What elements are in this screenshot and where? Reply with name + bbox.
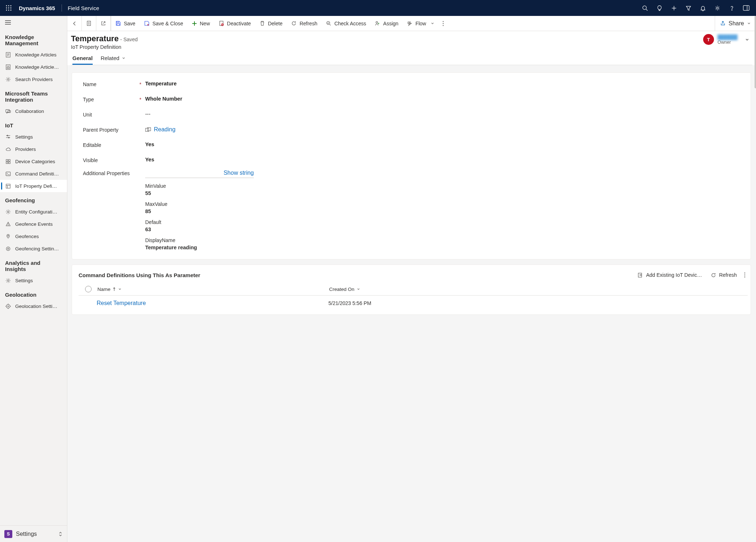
parent-property-lookup[interactable]: Reading — [145, 126, 176, 133]
record-entity-name: IoT Property Definition — [71, 44, 138, 50]
sidebar-item-iot-command-definitions[interactable]: Command Definiti… — [0, 168, 67, 180]
select-all-checkbox[interactable] — [79, 286, 97, 292]
sidebar-item-geofences[interactable]: Geofences — [0, 230, 67, 242]
svg-rect-36 — [6, 162, 8, 164]
sidebar-item-geofencing-settings[interactable]: Geofencing Settin… — [0, 242, 67, 255]
type-value[interactable]: Whole Number — [145, 96, 182, 102]
sidebar-item-entity-configurations[interactable]: Entity Configurati… — [0, 206, 67, 218]
save-button[interactable]: Save — [111, 16, 140, 31]
back-button[interactable] — [67, 16, 82, 31]
subgrid-overflow-button[interactable] — [742, 270, 748, 280]
add-icon[interactable] — [667, 0, 681, 16]
location-icon — [5, 303, 11, 309]
svg-point-9 — [643, 6, 646, 9]
save-and-close-button[interactable]: Save & Close — [140, 16, 188, 31]
assistant-panel-icon[interactable] — [739, 0, 753, 16]
new-button[interactable]: New — [188, 16, 214, 31]
default-value[interactable]: 63 — [145, 226, 254, 232]
tab-related[interactable]: Related — [101, 55, 126, 65]
refresh-button[interactable]: Refresh — [287, 16, 322, 31]
svg-point-71 — [443, 25, 444, 26]
share-button[interactable]: Share — [715, 16, 756, 31]
svg-point-14 — [731, 9, 732, 10]
sidebar-group-iot: IoT — [0, 117, 67, 131]
tab-general[interactable]: General — [72, 55, 93, 65]
show-string-toggle[interactable]: Show string — [223, 170, 254, 176]
notifications-icon[interactable] — [696, 0, 710, 16]
minvalue-label: MinValue — [145, 183, 254, 189]
column-header-name[interactable]: Name — [97, 287, 329, 292]
deactivate-icon — [219, 21, 224, 26]
overflow-button[interactable] — [439, 16, 448, 31]
assign-button[interactable]: Assign — [370, 16, 403, 31]
sidebar-collapse-button[interactable] — [0, 16, 67, 29]
owner-header-control[interactable]: T ██████ Owner — [703, 34, 752, 45]
parent-property-label: Parent Property — [83, 126, 139, 133]
check-access-button[interactable]: Check Access — [322, 16, 370, 31]
table-row[interactable]: Reset Temperature 5/21/2023 5:56 PM — [79, 296, 748, 311]
svg-point-69 — [443, 21, 444, 22]
sidebar-item-knowledge-articles[interactable]: Knowledge Articles — [0, 48, 67, 61]
app-name-label[interactable]: Field Service — [65, 5, 102, 11]
area-switcher[interactable]: S Settings — [0, 525, 67, 542]
chevron-updown-icon — [58, 532, 63, 537]
unit-value[interactable]: --- — [145, 111, 151, 117]
subgrid-refresh-button[interactable]: Refresh — [707, 270, 740, 280]
flow-icon — [407, 21, 412, 26]
filter-icon[interactable] — [681, 0, 695, 16]
sidebar-item-iot-device-categories[interactable]: Device Categories — [0, 155, 67, 168]
article-icon — [5, 52, 11, 58]
help-icon[interactable] — [725, 0, 739, 16]
sidebar-item-iot-property-definitions[interactable]: IoT Property Defi… — [0, 180, 67, 192]
add-existing-button[interactable]: Add Existing IoT Devic… — [634, 270, 706, 280]
assign-label: Assign — [383, 21, 398, 26]
delete-label: Delete — [268, 21, 282, 26]
area-switcher-badge: S — [4, 530, 12, 538]
sidebar-item-label: Device Categories — [15, 159, 55, 164]
maxvalue-value[interactable]: 85 — [145, 208, 254, 214]
displayname-value[interactable]: Temperature reading — [145, 245, 254, 250]
sidebar-group-teams: Microsoft Teams Integration — [0, 85, 67, 105]
row-created-value: 5/21/2023 5:56 PM — [328, 300, 748, 306]
form-selector-button[interactable] — [82, 16, 96, 31]
sidebar-item-label: Geofence Events — [15, 221, 53, 227]
flow-button[interactable]: Flow — [403, 16, 439, 31]
field-row-name: Name * Temperature — [83, 81, 740, 87]
sidebar-item-analytics-settings[interactable]: Settings — [0, 274, 67, 287]
sort-ascending-icon — [113, 287, 116, 291]
scrollbar[interactable] — [755, 65, 756, 88]
lightbulb-icon[interactable] — [652, 0, 666, 16]
record-scroll-area[interactable]: Name * Temperature Type * Whole Number U… — [67, 65, 756, 542]
deactivate-button[interactable]: Deactivate — [214, 16, 255, 31]
sidebar-group-geolocation: Geolocation — [0, 287, 67, 300]
column-header-created-on[interactable]: Created On — [329, 287, 748, 292]
svg-point-42 — [7, 211, 9, 213]
svg-point-68 — [376, 21, 378, 23]
editable-value[interactable]: Yes — [145, 141, 154, 147]
properties-icon — [5, 183, 11, 189]
sidebar-item-label: Settings — [15, 278, 33, 283]
search-icon[interactable] — [638, 0, 652, 16]
chevron-down-icon — [430, 21, 434, 25]
app-launcher-button[interactable] — [3, 2, 14, 14]
sidebar-item-geofence-events[interactable]: Geofence Events — [0, 218, 67, 230]
sidebar-item-search-providers[interactable]: Search Providers — [0, 73, 67, 85]
sidebar-item-geolocation-settings[interactable]: Geolocation Setti… — [0, 300, 67, 312]
sidebar-item-iot-providers[interactable]: Providers — [0, 143, 67, 155]
minvalue-value[interactable]: 55 — [145, 190, 254, 196]
delete-button[interactable]: Delete — [255, 16, 287, 31]
sidebar-item-collaboration[interactable]: Collaboration — [0, 105, 67, 117]
sidebar-item-knowledge-article-templates[interactable]: Knowledge Article… — [0, 61, 67, 73]
settings-gear-icon[interactable] — [710, 0, 724, 16]
chat-icon — [5, 108, 11, 114]
save-close-label: Save & Close — [152, 21, 183, 26]
row-name-link[interactable]: Reset Temperature — [97, 300, 146, 306]
visible-value[interactable]: Yes — [145, 157, 154, 162]
sidebar-item-iot-settings[interactable]: Settings — [0, 131, 67, 143]
open-in-new-window-button[interactable] — [96, 16, 111, 31]
more-vertical-icon — [442, 21, 444, 26]
name-value[interactable]: Temperature — [145, 81, 177, 86]
default-label: Default — [145, 219, 254, 225]
svg-point-45 — [8, 235, 8, 236]
chevron-down-icon — [747, 21, 751, 25]
